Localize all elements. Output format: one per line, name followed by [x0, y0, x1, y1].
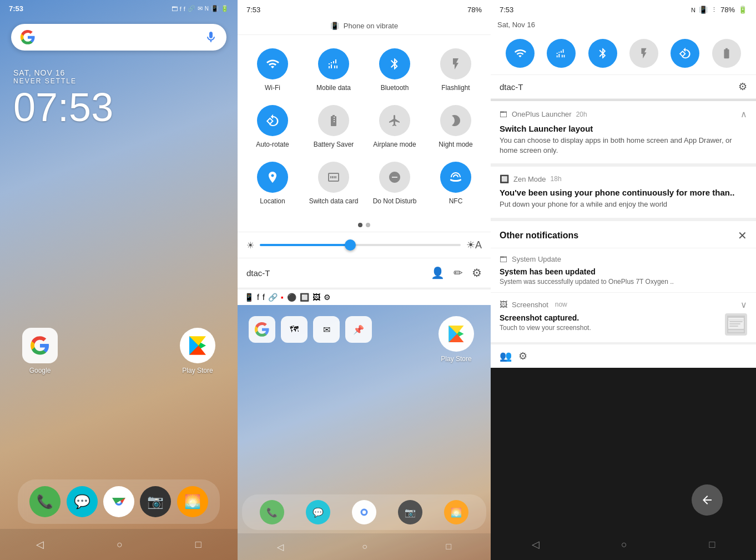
- tile-nfc-circle: [440, 162, 471, 193]
- preview-dock-wth: 🌅: [444, 500, 468, 524]
- tile-dnd-label: Do Not Disturb: [373, 197, 417, 205]
- tile-wifi[interactable]: Wi-Fi: [242, 42, 303, 98]
- nb-link-icon: 🔗: [268, 293, 278, 302]
- notif-time-2: 18h: [551, 175, 562, 183]
- notif-screenshot[interactable]: 🖼 Screenshot now ∨ Screenshot captured. …: [491, 292, 756, 342]
- notif-qi-battery[interactable]: [712, 39, 741, 68]
- brightness-fill: [260, 244, 350, 246]
- notif-qi-wifi[interactable]: [506, 39, 535, 68]
- tile-rotate-label: Auto-rotate: [256, 141, 289, 148]
- other-notif-close-btn[interactable]: ✕: [738, 229, 747, 242]
- notif-qi-bluetooth[interactable]: [588, 39, 617, 68]
- qs-battery: 78%: [467, 6, 482, 14]
- notif-carrier: dtac-T: [500, 82, 523, 92]
- preview-playstore-label: Play Store: [441, 355, 471, 363]
- svg-rect-9: [729, 323, 740, 324]
- time-display: 07:53: [13, 87, 224, 127]
- tile-airplane-label: Airplane mode: [373, 141, 416, 148]
- tile-dnd[interactable]: Do Not Disturb: [364, 155, 425, 212]
- tile-airplane[interactable]: Airplane mode: [364, 98, 425, 155]
- preview-gmaps-icon: 📌: [345, 316, 372, 343]
- notification-icons-bar: 📱 f f 🔗 ▪ ⚫ 🔲 🖼 ⚙: [238, 288, 491, 305]
- tile-switch-circle: [318, 162, 349, 193]
- svg-point-3: [362, 511, 366, 514]
- home-screen-preview: 🗺 ✉ 📌 Play Store 📞 💬 📷 🌅 ◁ ○ □: [238, 305, 491, 560]
- notif-app-name-2: Zen Mode: [513, 175, 546, 183]
- brightness-slider[interactable]: [260, 244, 461, 246]
- notif-settings-icon[interactable]: ⚙: [738, 81, 747, 93]
- tile-switch-data[interactable]: Switch data card: [303, 155, 364, 212]
- sysnotif-content-1: System has been updated System was succe…: [500, 267, 747, 286]
- app-shortcuts: Google Play Store: [0, 328, 238, 374]
- tile-wifi-circle: [257, 48, 288, 79]
- nb-share-icon[interactable]: 👥: [500, 350, 512, 362]
- notif-header-2: 🔲 Zen Mode 18h: [500, 174, 747, 183]
- dock-camera[interactable]: 📷: [140, 486, 171, 517]
- sysnotif-text-1: System has been updated System was succe…: [500, 267, 747, 286]
- qs-settings-icon[interactable]: ⚙: [472, 266, 482, 279]
- preview-back[interactable]: ◁: [277, 542, 284, 552]
- mic-icon[interactable]: [204, 31, 218, 44]
- tile-flashlight[interactable]: Flashlight: [425, 42, 486, 98]
- notif-battery-icon: 🔋: [738, 6, 747, 14]
- tile-location[interactable]: Location: [242, 155, 303, 212]
- notif-dark-area: ◁ ○ □: [491, 368, 756, 560]
- svg-rect-10: [729, 326, 738, 327]
- tile-night-mode[interactable]: Night mode: [425, 98, 486, 155]
- dock-chrome[interactable]: [103, 486, 134, 517]
- qs-edit-icon[interactable]: ✏: [453, 266, 463, 279]
- vibrate-icon-home: 📳: [211, 5, 219, 12]
- nb-gear-icon: ⚙: [324, 293, 331, 302]
- brightness-thumb: [345, 239, 356, 251]
- notif-expand-1[interactable]: ∧: [740, 109, 747, 119]
- fb-icon-home: f: [180, 6, 182, 12]
- tile-mobile-circle: [318, 48, 349, 79]
- qs-user-icon[interactable]: 👤: [431, 266, 445, 279]
- google-app-shortcut[interactable]: Google: [22, 328, 58, 374]
- home-circle-btn[interactable]: [692, 484, 723, 516]
- notif-system-update[interactable]: 🗔 System Update System has been updated …: [491, 248, 756, 292]
- notif-battery-status: 78%: [720, 6, 735, 14]
- qs-status-bar: 7:53 78%: [238, 0, 491, 17]
- notif-qi-mobile[interactable]: [547, 39, 576, 68]
- dock-messages[interactable]: 💬: [67, 486, 98, 517]
- search-bar[interactable]: [11, 24, 226, 51]
- qs-footer-icons: 👤 ✏ ⚙: [431, 266, 482, 279]
- preview-nav-bar: ◁ ○ □: [238, 533, 491, 560]
- back-btn-home[interactable]: ◁: [36, 538, 44, 551]
- notif-carrier-row: dtac-T ⚙: [491, 75, 756, 99]
- notif-body-2: Put down your phone for a while and enjo…: [500, 199, 747, 209]
- notif-back-btn[interactable]: ◁: [532, 538, 540, 551]
- notification-zen-mode[interactable]: 🔲 Zen Mode 18h You've been using your ph…: [491, 167, 756, 217]
- tile-switch-label: Switch data card: [309, 197, 359, 205]
- screenshot-expand-icon[interactable]: ∨: [740, 299, 747, 310]
- preview-home[interactable]: ○: [362, 542, 367, 552]
- notif-app-info-2: 🔲 Zen Mode 18h: [500, 174, 562, 183]
- notif-qi-flashlight[interactable]: [629, 39, 658, 68]
- notif-date-row: Sat, Nov 16: [491, 17, 756, 32]
- dock-weather[interactable]: 🌅: [177, 486, 208, 517]
- tile-wifi-label: Wi-Fi: [265, 84, 280, 92]
- tile-bluetooth[interactable]: Bluetooth: [364, 42, 425, 98]
- tile-dnd-circle: [379, 162, 410, 193]
- notif-recents-btn[interactable]: □: [709, 539, 715, 551]
- tile-auto-rotate[interactable]: Auto-rotate: [242, 98, 303, 155]
- tile-mobile-data[interactable]: Mobile data: [303, 42, 364, 98]
- tile-nfc[interactable]: NFC: [425, 155, 486, 212]
- notification-oneplus-launcher[interactable]: 🗔 OnePlus Launcher 20h ∧ Switch Launcher…: [491, 101, 756, 163]
- nb-settings-icon[interactable]: ⚙: [518, 350, 527, 362]
- notif-date: Sat, Nov 16: [497, 21, 535, 29]
- notif-qi-rotate[interactable]: [671, 39, 699, 68]
- dock-phone[interactable]: 📞: [29, 486, 61, 517]
- recents-btn-home[interactable]: □: [195, 539, 201, 551]
- dot-1: [358, 223, 362, 227]
- svg-rect-6: [728, 330, 744, 332]
- tile-battery-saver[interactable]: Battery Saver: [303, 98, 364, 155]
- home-btn-home[interactable]: ○: [117, 539, 123, 551]
- notif-home-btn[interactable]: ○: [621, 539, 627, 551]
- sysnotif-body-1: System was successfully updated to OnePl…: [500, 278, 747, 286]
- playstore-app-shortcut[interactable]: Play Store: [180, 328, 215, 374]
- notif-zen-icon: 🔲: [500, 174, 509, 183]
- preview-recents[interactable]: □: [446, 542, 452, 552]
- tile-mobile-label: Mobile data: [316, 84, 351, 92]
